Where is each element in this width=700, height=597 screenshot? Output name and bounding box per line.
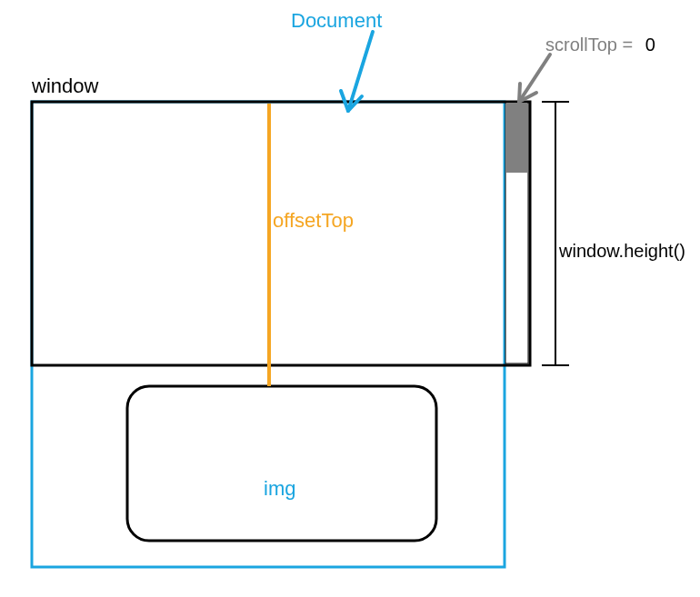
scrollbar-track	[505, 103, 528, 363]
document-label: Document	[291, 9, 382, 33]
svg-line-5	[519, 93, 536, 102]
scrolltop-label: scrollTop = 0	[545, 35, 655, 55]
svg-line-0	[348, 32, 373, 111]
windowheight-label: window.height()	[559, 241, 685, 262]
document-arrow	[341, 32, 373, 111]
scrolltop-arrow	[519, 55, 550, 102]
scrolltop-text: scrollTop =	[545, 35, 633, 55]
window-rect	[32, 102, 530, 365]
scrolltop-value: 0	[645, 35, 655, 55]
diagram-svg	[0, 0, 700, 597]
svg-line-2	[348, 96, 362, 111]
svg-line-1	[341, 91, 348, 111]
img-label: img	[264, 477, 295, 501]
img-rect	[127, 386, 436, 541]
window-label: window	[32, 75, 98, 98]
windowheight-bracket	[542, 102, 569, 365]
svg-line-4	[519, 84, 520, 102]
scrollbar-thumb	[506, 104, 527, 173]
svg-line-3	[519, 55, 550, 102]
offsettop-label: offsetTop	[273, 209, 354, 233]
